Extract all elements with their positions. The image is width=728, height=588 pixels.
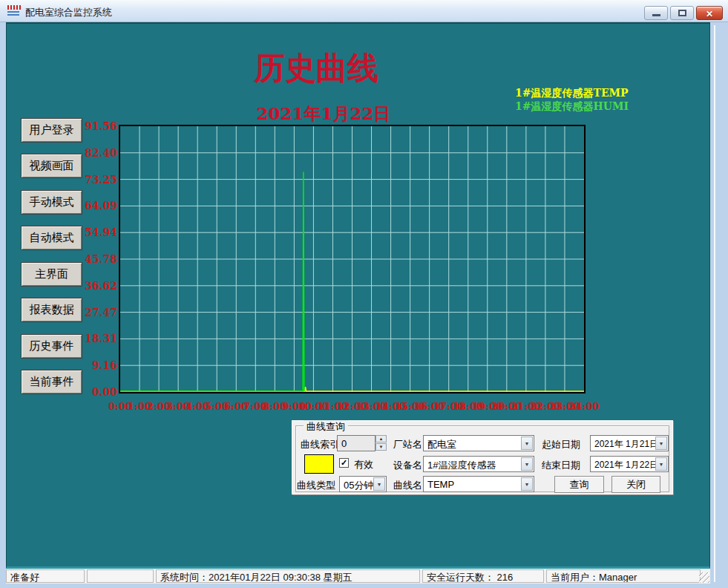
station-select[interactable]: 配电室 ▼ bbox=[423, 435, 534, 451]
y-tick-label: 9.16 bbox=[74, 359, 117, 372]
client-area: 历史曲线 2021年1月22日 1#温湿度传感器TEMP 1#温湿度传感器HUM… bbox=[6, 22, 710, 569]
curve-type-value: 05分钟 bbox=[344, 479, 373, 492]
start-date-select[interactable]: 2021年 1月21日 ▼ bbox=[590, 435, 669, 451]
sidebar-item-auto-mode[interactable]: 自动模式 bbox=[21, 226, 82, 250]
y-tick-label: 73.25 bbox=[74, 173, 117, 186]
curve-index-stepper: ▲ ▼ bbox=[376, 435, 387, 451]
maximize-button[interactable] bbox=[670, 6, 694, 20]
y-tick-label: 18.31 bbox=[74, 332, 117, 345]
sidebar-item-user-login[interactable]: 用户登录 bbox=[21, 118, 82, 143]
device-label: 设备名 bbox=[393, 459, 422, 472]
curve-index-label: 曲线索引 bbox=[301, 438, 339, 451]
close-panel-button[interactable]: 关闭 bbox=[611, 476, 660, 493]
status-safe-days: 安全运行天数： 216 bbox=[422, 569, 544, 583]
x-tick-label: 24:00 bbox=[569, 401, 600, 412]
curve-index-input[interactable]: 0 bbox=[337, 435, 376, 451]
plot-area bbox=[119, 125, 586, 393]
query-button[interactable]: 查询 bbox=[554, 476, 604, 493]
sidebar-item-current-events[interactable]: 当前事件 bbox=[21, 370, 82, 394]
spin-down-icon[interactable]: ▼ bbox=[376, 443, 387, 451]
valid-label: 有效 bbox=[354, 458, 373, 471]
chevron-down-icon: ▼ bbox=[373, 477, 385, 491]
legend-item-humi: 1#温湿度传感器HUMI bbox=[515, 99, 629, 113]
legend-item-temp: 1#温湿度传感器TEMP bbox=[515, 86, 629, 99]
curve-name-value: TEMP bbox=[427, 479, 454, 490]
y-tick-label: 91.56 bbox=[74, 120, 117, 133]
spin-up-icon[interactable]: ▲ bbox=[376, 435, 387, 442]
y-tick-label: 45.78 bbox=[74, 252, 117, 266]
status-bar: 准备好 系统时间：2021年01月22日 09:30:38 星期五 安全运行天数… bbox=[6, 569, 710, 584]
end-date-select[interactable]: 2021年 1月22日 ▼ bbox=[590, 456, 669, 472]
maximize-icon bbox=[678, 10, 686, 16]
chart-legend: 1#温湿度传感器TEMP 1#温湿度传感器HUMI bbox=[515, 86, 629, 113]
valid-checkbox[interactable]: ✓ bbox=[339, 458, 349, 468]
curve-color-swatch[interactable] bbox=[304, 454, 334, 474]
sidebar-item-history-events[interactable]: 历史事件 bbox=[21, 334, 82, 359]
minimize-button[interactable] bbox=[644, 6, 668, 20]
status-system-time: 系统时间：2021年01月22日 09:30:38 星期五 bbox=[156, 569, 420, 583]
station-label: 厂站名 bbox=[393, 438, 422, 451]
app-icon bbox=[7, 5, 21, 17]
close-button[interactable]: ✕ bbox=[696, 6, 723, 20]
close-icon: ✕ bbox=[706, 9, 713, 19]
y-tick-label: 36.62 bbox=[74, 279, 117, 293]
curve-query-panel: 曲线查询 曲线索引 0 ▲ ▼ 厂站名 配电室 ▼ 起始日期 2021年 1月2… bbox=[292, 420, 673, 494]
start-date-value: 2021年 1月21日 bbox=[594, 438, 658, 451]
status-ready: 准备好 bbox=[6, 569, 85, 583]
sidebar-item-report-data[interactable]: 报表数据 bbox=[21, 298, 82, 322]
chevron-down-icon: ▼ bbox=[521, 437, 533, 450]
chevron-down-icon: ▼ bbox=[655, 437, 667, 450]
station-value: 配电室 bbox=[427, 438, 456, 451]
end-date-value: 2021年 1月22日 bbox=[594, 459, 658, 471]
status-current-user: 当前用户：Manager bbox=[546, 569, 701, 583]
curve-name-label: 曲线名 bbox=[393, 479, 422, 492]
groupbox-title: 曲线查询 bbox=[304, 420, 348, 434]
device-select[interactable]: 1#温湿度传感器 ▼ bbox=[423, 456, 534, 472]
y-tick-label: 27.47 bbox=[74, 306, 117, 319]
resize-grip[interactable] bbox=[699, 572, 709, 583]
chevron-down-icon: ▼ bbox=[521, 477, 533, 491]
series-1#温湿度传感器HUMI bbox=[120, 172, 304, 392]
y-tick-label: 0.00 bbox=[74, 385, 117, 399]
y-tick-label: 54.94 bbox=[74, 226, 117, 239]
window-title: 配电室综合监控系统 bbox=[25, 6, 112, 19]
window-border-highlight bbox=[714, 25, 715, 582]
curve-type-label: 曲线类型 bbox=[297, 479, 335, 492]
y-tick-label: 64.09 bbox=[74, 199, 117, 212]
sidebar-item-video-screen[interactable]: 视频画面 bbox=[21, 154, 82, 178]
device-value: 1#温湿度传感器 bbox=[427, 459, 496, 472]
start-date-label: 起始日期 bbox=[542, 438, 580, 451]
titlebar: 配电室综合监控系统 ✕ bbox=[0, 0, 728, 22]
curve-name-select[interactable]: TEMP ▼ bbox=[423, 476, 534, 492]
chevron-down-icon: ▼ bbox=[655, 457, 667, 471]
curve-type-select[interactable]: 05分钟 ▼ bbox=[339, 476, 387, 492]
sidebar-item-manual-mode[interactable]: 手动模式 bbox=[21, 190, 82, 215]
minimize-icon bbox=[652, 14, 660, 16]
sidebar-item-main-screen[interactable]: 主界面 bbox=[21, 262, 82, 287]
y-tick-label: 82.40 bbox=[74, 146, 117, 160]
chevron-down-icon: ▼ bbox=[521, 457, 533, 471]
status-empty bbox=[87, 569, 154, 583]
end-date-label: 结束日期 bbox=[542, 459, 580, 472]
page-title: 历史曲线 bbox=[7, 48, 626, 89]
